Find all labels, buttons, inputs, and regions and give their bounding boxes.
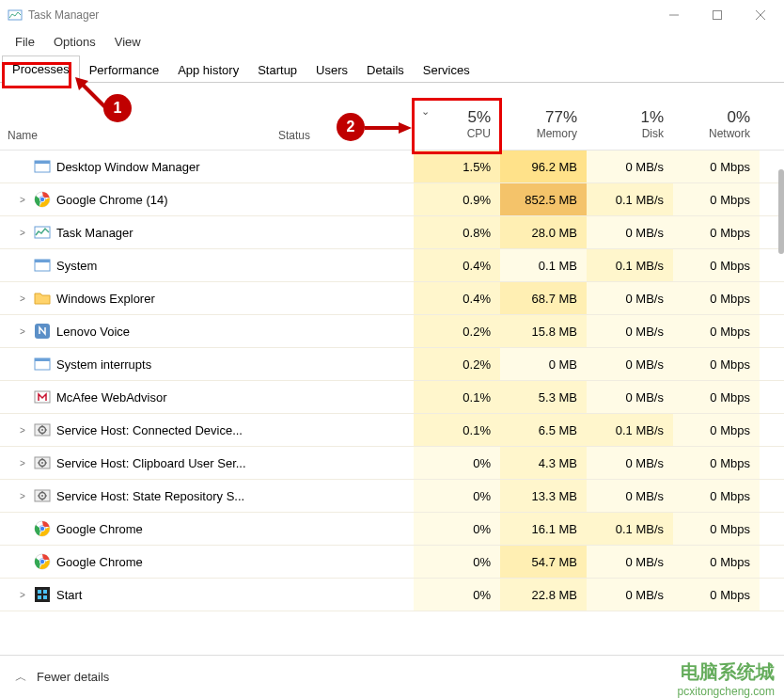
disk-cell: 0 MB/s bbox=[587, 348, 673, 380]
tab-startup[interactable]: Startup bbox=[248, 57, 306, 83]
disk-label: Disk bbox=[642, 127, 664, 140]
process-row[interactable]: >Service Host: Clipboard User Ser...0%4.… bbox=[0, 447, 784, 480]
memory-cell: 13.3 MB bbox=[500, 480, 587, 512]
svg-rect-49 bbox=[43, 590, 47, 594]
process-icon bbox=[34, 257, 51, 274]
cpu-usage-pct: 5% bbox=[467, 108, 491, 127]
disk-cell: 0 MB/s bbox=[587, 579, 673, 611]
network-cell: 0 Mbps bbox=[673, 447, 760, 479]
memory-cell: 6.5 MB bbox=[500, 414, 587, 446]
memory-cell: 22.8 MB bbox=[500, 579, 587, 611]
tab-app-history[interactable]: App history bbox=[168, 57, 248, 83]
memory-label: Memory bbox=[537, 127, 577, 140]
header-disk[interactable]: 1% Disk bbox=[587, 98, 673, 150]
memory-usage-pct: 77% bbox=[545, 108, 577, 127]
process-row[interactable]: McAfee WebAdvisor0.1%5.3 MB0 MB/s0 Mbps bbox=[0, 381, 784, 414]
annotation-badge-2: 2 bbox=[337, 113, 365, 141]
disk-cell: 0.1 MB/s bbox=[587, 513, 673, 545]
tab-services[interactable]: Services bbox=[414, 57, 479, 83]
process-icon bbox=[34, 421, 51, 438]
process-row[interactable]: Google Chrome0%16.1 MB0.1 MB/s0 Mbps bbox=[0, 513, 784, 546]
process-name: Google Chrome (14) bbox=[56, 193, 168, 207]
svg-point-34 bbox=[41, 495, 43, 497]
cpu-cell: 0% bbox=[414, 480, 500, 512]
memory-cell: 96.2 MB bbox=[500, 151, 587, 182]
process-icon bbox=[34, 224, 51, 241]
menu-file[interactable]: File bbox=[6, 33, 44, 51]
menu-view[interactable]: View bbox=[105, 33, 150, 51]
svg-rect-50 bbox=[38, 595, 41, 599]
expand-caret-icon[interactable]: > bbox=[17, 491, 28, 501]
minimize-button[interactable] bbox=[652, 1, 696, 29]
process-row[interactable]: >Lenovo Voice0.2%15.8 MB0 MB/s0 Mbps bbox=[0, 315, 784, 348]
network-cell: 0 Mbps bbox=[673, 216, 760, 248]
process-row[interactable]: >Google Chrome (14)0.9%852.5 MB0.1 MB/s0… bbox=[0, 183, 784, 216]
header-cpu[interactable]: ⌄ 5% CPU bbox=[414, 98, 500, 150]
process-row[interactable]: System0.4%0.1 MB0.1 MB/s0 Mbps bbox=[0, 249, 784, 282]
sort-descending-icon: ⌄ bbox=[421, 105, 430, 118]
cpu-cell: 0% bbox=[414, 579, 500, 611]
tab-details[interactable]: Details bbox=[357, 57, 414, 83]
tab-users[interactable]: Users bbox=[306, 57, 357, 83]
cpu-cell: 0% bbox=[414, 513, 500, 545]
disk-cell: 0 MB/s bbox=[587, 216, 673, 248]
svg-point-42 bbox=[40, 527, 44, 531]
tab-processes[interactable]: Processes bbox=[2, 56, 80, 83]
cpu-cell: 0% bbox=[414, 546, 500, 578]
disk-usage-pct: 1% bbox=[640, 108, 664, 127]
disk-cell: 0.1 MB/s bbox=[587, 249, 673, 281]
process-row[interactable]: Desktop Window Manager1.5%96.2 MB0 MB/s0… bbox=[0, 151, 784, 183]
process-row[interactable]: >Service Host: Connected Device...0.1%6.… bbox=[0, 414, 784, 447]
memory-cell: 4.3 MB bbox=[500, 447, 587, 479]
header-name[interactable]: Name bbox=[0, 98, 278, 150]
process-row[interactable]: >Task Manager0.8%28.0 MB0 MB/s0 Mbps bbox=[0, 216, 784, 249]
process-name: Service Host: Clipboard User Ser... bbox=[56, 456, 246, 470]
process-name: Google Chrome bbox=[56, 555, 143, 569]
title-bar: Task Manager bbox=[0, 0, 784, 30]
cpu-cell: 1.5% bbox=[414, 151, 500, 182]
cpu-cell: 0% bbox=[414, 447, 500, 479]
header-network[interactable]: 0% Network bbox=[673, 98, 760, 150]
process-row[interactable]: >Windows Explorer0.4%68.7 MB0 MB/s0 Mbps bbox=[0, 282, 784, 315]
expand-caret-icon[interactable]: > bbox=[17, 326, 28, 337]
expand-caret-icon[interactable]: > bbox=[17, 228, 28, 238]
process-row[interactable]: Google Chrome0%54.7 MB0 MB/s0 Mbps bbox=[0, 546, 784, 579]
scrollbar-thumb[interactable] bbox=[778, 169, 784, 254]
process-icon bbox=[34, 454, 51, 471]
close-button[interactable] bbox=[739, 1, 782, 29]
header-status[interactable]: Status bbox=[278, 98, 335, 150]
disk-cell: 0.1 MB/s bbox=[587, 414, 673, 446]
svg-point-10 bbox=[40, 198, 44, 201]
header-memory[interactable]: 77% Memory bbox=[500, 98, 587, 150]
process-row[interactable]: >Start0%22.8 MB0 MB/s0 Mbps bbox=[0, 579, 784, 611]
expand-caret-icon[interactable]: > bbox=[17, 590, 28, 600]
svg-point-27 bbox=[41, 462, 43, 464]
process-row[interactable]: >Service Host: State Repository S...0%13… bbox=[0, 480, 784, 513]
process-name: Google Chrome bbox=[56, 522, 143, 536]
expand-caret-icon[interactable]: > bbox=[17, 458, 28, 468]
footer: ︿ Fewer details bbox=[0, 655, 784, 698]
svg-rect-13 bbox=[35, 260, 50, 262]
process-row[interactable]: System interrupts0.2%0 MB0 MB/s0 Mbps bbox=[0, 348, 784, 381]
process-icon bbox=[34, 520, 51, 537]
cpu-cell: 0.8% bbox=[414, 216, 500, 248]
disk-cell: 0 MB/s bbox=[587, 480, 673, 512]
memory-cell: 28.0 MB bbox=[500, 216, 587, 248]
fewer-details-link[interactable]: Fewer details bbox=[37, 670, 109, 684]
annotation-badge-1: 1 bbox=[103, 94, 132, 122]
maximize-button[interactable] bbox=[696, 1, 739, 29]
cpu-cell: 0.2% bbox=[414, 315, 500, 347]
memory-cell: 16.1 MB bbox=[500, 513, 587, 545]
menu-options[interactable]: Options bbox=[44, 33, 105, 51]
process-icon bbox=[34, 553, 51, 570]
expand-caret-icon[interactable]: > bbox=[17, 425, 28, 436]
process-icon bbox=[34, 158, 51, 175]
memory-cell: 15.8 MB bbox=[500, 315, 587, 347]
disk-cell: 0 MB/s bbox=[587, 381, 673, 413]
expand-caret-icon[interactable]: > bbox=[17, 195, 28, 205]
svg-rect-6 bbox=[35, 161, 50, 164]
process-name: Service Host: State Repository S... bbox=[56, 489, 244, 503]
expand-caret-icon[interactable]: > bbox=[17, 293, 28, 304]
process-icon bbox=[34, 487, 51, 504]
svg-rect-0 bbox=[8, 10, 22, 20]
